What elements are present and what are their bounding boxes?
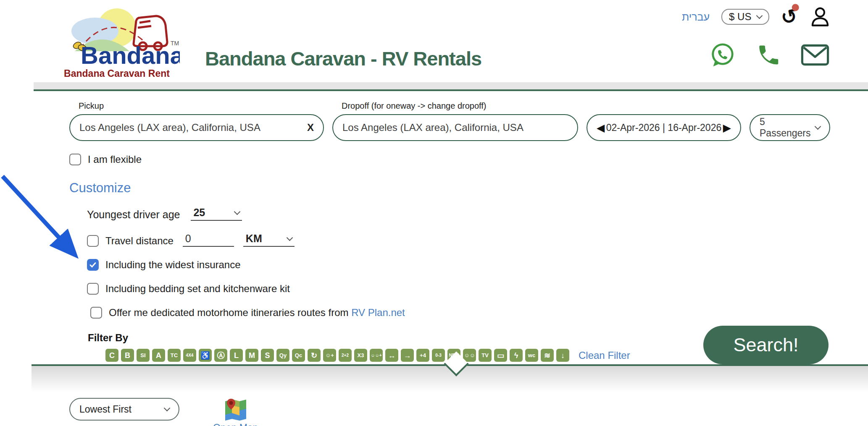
filter-icon[interactable]: C [105,349,118,362]
filter-icon[interactable]: 0-3 [432,349,445,362]
insurance-row: Including the widest insurance [87,259,868,271]
svg-text:TM: TM [171,40,179,47]
section-divider [32,364,868,392]
filter-icon[interactable]: B [121,349,134,362]
chevron-down-icon [815,123,821,130]
filter-icon[interactable]: ϟ [510,349,523,362]
chevron-down-icon [756,13,763,19]
date-range-picker[interactable]: ◀ 02-Apr-2026 | 16-Apr-2026 ▶ [587,114,741,141]
itineraries-row: Offer me dedicated motorhome itineraries… [90,307,868,319]
filter-icon[interactable]: TV [479,349,492,362]
passengers-select[interactable]: 5 Passengers [750,114,830,141]
open-map-button[interactable]: Open Map [213,398,258,426]
driver-age-label: Youngest driver age [87,209,180,221]
filter-icon[interactable]: 4X4 [183,349,196,362]
filter-icon[interactable]: ☺☺+ [370,349,383,362]
chevron-down-icon [287,234,293,241]
travel-distance-checkbox[interactable] [87,235,99,247]
currency-value: $ US [729,11,751,23]
email-icon[interactable] [801,43,829,67]
search-button[interactable]: Search! [703,326,829,364]
rv-plan-link[interactable]: RV Plan.net [351,307,405,318]
sort-value: Lowest First [79,404,132,415]
filter-icon[interactable]: ↻ [308,349,321,362]
logo-subtitle: Bandana Caravan Rent [50,68,184,79]
results-bar: Lowest First Open Map [69,398,258,426]
clean-filter-link[interactable]: Clean Filter [579,350,630,361]
dropoff-value: Los Angeles (LAX area), California, USA [342,122,523,133]
filter-icon[interactable]: ▭ [494,349,507,362]
pickup-input[interactable]: Los Angeles (LAX area), California, USA … [69,114,324,141]
filter-icon[interactable]: 2+2 [339,349,352,362]
filter-icon[interactable]: L [230,349,243,362]
bedding-label: Including bedding set and kitchenware ki… [105,283,290,295]
header: Bandana TM Bandana Caravan Rent Bandana … [0,0,868,82]
filter-icon[interactable]: SI [137,349,150,362]
location-date-row: Pickup Los Angeles (LAX area), Californi… [69,101,868,141]
currency-select[interactable]: $ US [721,9,769,25]
header-divider [34,82,868,91]
pickup-label: Pickup [79,101,324,111]
filter-icon[interactable]: Qc [292,349,305,362]
chevron-down-icon [164,405,171,412]
clear-pickup-button[interactable]: X [302,122,314,133]
travel-distance-input[interactable]: 0 [183,233,234,247]
filter-icon[interactable]: ♿ [199,349,212,362]
open-map-label: Open Map [213,422,258,426]
filter-icon[interactable]: Ⓐ [214,349,227,362]
dropoff-input[interactable]: Los Angeles (LAX area), California, USA [332,114,578,141]
flexible-row: I am flexible [69,154,868,165]
account-icon[interactable] [809,6,831,28]
prev-dates-icon[interactable]: ◀ [597,123,605,133]
page-title: Bandana Caravan - RV Rentals [205,47,481,70]
travel-distance-label: Travel distance [105,235,174,247]
bedding-row: Including bedding set and kitchenware ki… [87,283,868,295]
whatsapp-icon[interactable] [709,42,735,68]
bedding-checkbox[interactable] [87,283,99,295]
flexible-label: I am flexible [88,154,142,165]
filter-icon[interactable]: ↔ [385,349,398,362]
svg-text:Bandana: Bandana [81,42,180,69]
itineraries-checkbox[interactable] [90,307,102,319]
itineraries-label: Offer me dedicated motorhome itineraries… [109,307,405,319]
map-icon [224,398,247,421]
notification-dot [791,3,800,12]
top-utility-bar: עברית $ US ↺ [682,6,831,28]
sort-select[interactable]: Lowest First [69,398,179,421]
filter-icon[interactable]: A [152,349,165,362]
driver-age-select[interactable]: 25 [191,206,242,221]
chevron-down-icon [234,208,241,215]
pickup-value: Los Angeles (LAX area), California, USA [79,122,260,133]
filter-icon[interactable]: M [245,349,258,362]
distance-unit-value: KM [246,233,262,245]
driver-age-value: 25 [193,206,205,219]
date-range-value: 02-Apr-2026 | 16-Apr-2026 [606,122,721,133]
contact-icons [709,42,829,68]
phone-icon[interactable] [755,42,781,68]
travel-distance-row: Travel distance 0 KM [87,233,868,247]
filter-icon[interactable]: → [401,349,414,362]
filter-icon[interactable]: Qy [276,349,289,362]
filter-icon[interactable]: S [261,349,274,362]
filter-icon[interactable]: wc [525,349,538,362]
filter-icon[interactable]: TC [168,349,181,362]
brand-logo[interactable]: Bandana TM Bandana Caravan Rent [50,2,184,79]
filter-icon[interactable]: +4 [416,349,429,362]
driver-age-row: Youngest driver age 25 [87,206,868,221]
filter-icon[interactable]: X3 [354,349,367,362]
flexible-checkbox[interactable] [69,154,81,165]
filter-icon[interactable]: ☺+ [323,349,336,362]
logo-art-icon: Bandana TM [54,2,180,69]
dropoff-label: Dropoff (for oneway -> change dropoff) [342,101,578,111]
insurance-label: Including the widest insurance [105,259,241,271]
language-link[interactable]: עברית [682,11,710,23]
filter-icon[interactable]: ≋ [541,349,554,362]
distance-unit-select[interactable]: KM [243,233,295,247]
filter-icon[interactable]: ↓ [556,349,569,362]
history-icon[interactable]: ↺ [779,5,799,28]
search-form: Pickup Los Angeles (LAX area), Californi… [0,91,868,362]
next-dates-icon[interactable]: ▶ [723,123,731,133]
customize-heading[interactable]: Customize [69,180,868,196]
passengers-value: 5 Passengers [760,116,815,139]
insurance-checkbox[interactable] [87,259,99,271]
